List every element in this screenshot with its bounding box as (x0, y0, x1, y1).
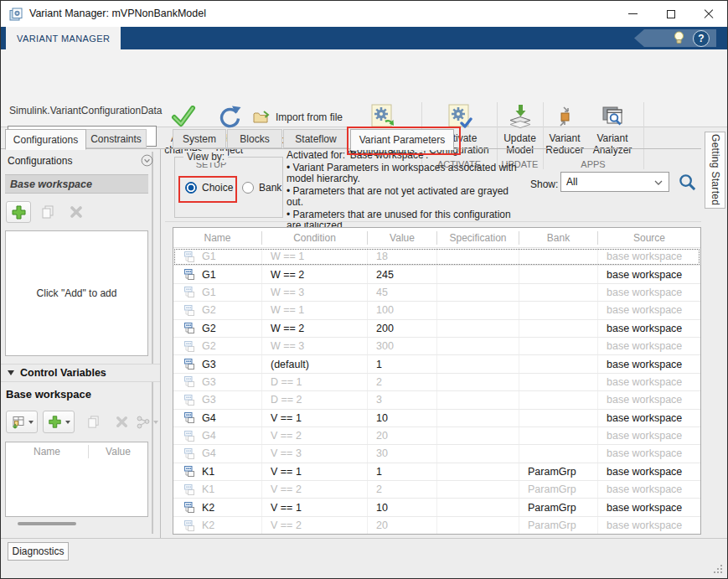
cell-source[interactable]: base workspace (598, 391, 700, 408)
cell-value[interactable]: 18 (368, 248, 437, 265)
resize-grip[interactable] (713, 564, 723, 574)
configurations-list[interactable]: Click "Add" to add (5, 230, 148, 356)
control-variables-table[interactable]: Name Value (5, 442, 148, 517)
table-row[interactable]: G4V == 220base workspace (173, 427, 700, 445)
cell-condition[interactable]: V == 2 (262, 481, 368, 498)
diagnostics-button[interactable]: Diagnostics (8, 542, 69, 561)
table-row[interactable]: G1W == 345base workspace (173, 284, 700, 302)
cell-specification[interactable] (437, 445, 519, 462)
tab-stateflow[interactable]: Stateflow (283, 129, 349, 148)
cell-source[interactable]: base workspace (598, 302, 700, 318)
cell-name[interactable]: G1 (173, 266, 262, 282)
cell-specification[interactable] (437, 266, 519, 282)
cell-source[interactable]: base workspace (598, 445, 700, 462)
cell-name[interactable]: G3 (173, 391, 262, 408)
cell-condition[interactable]: V == 1 (262, 410, 368, 426)
column-header-specification[interactable]: Specification (437, 231, 519, 245)
getting-started-tab[interactable]: Getting Started (705, 132, 725, 209)
cell-name[interactable]: G1 (173, 248, 262, 265)
cell-bank[interactable] (519, 338, 598, 354)
cell-value[interactable]: 30 (368, 445, 437, 462)
cell-value[interactable]: 45 (368, 284, 437, 301)
table-row[interactable]: K1V == 11ParamGrpbase workspace (173, 463, 700, 481)
cell-condition[interactable]: V == 2 (262, 517, 368, 534)
cell-bank[interactable]: ParamGrp (519, 481, 598, 498)
cell-name[interactable]: K1 (173, 463, 262, 480)
configuration-item-base-workspace[interactable]: Base workspace (5, 174, 148, 194)
cell-name[interactable]: G4 (173, 445, 262, 462)
copy-control-variable-button[interactable] (81, 411, 105, 433)
cell-bank[interactable]: ParamGrp (519, 517, 598, 534)
cell-condition[interactable]: W == 3 (262, 284, 368, 301)
cell-specification[interactable] (437, 481, 519, 498)
cell-bank[interactable] (519, 410, 598, 426)
column-header-bank[interactable]: Bank (519, 231, 598, 245)
cell-condition[interactable]: (default) (262, 355, 368, 372)
cell-source[interactable]: base workspace (598, 374, 700, 390)
table-row[interactable]: G2W == 3300base workspace (173, 338, 700, 355)
cell-condition[interactable]: W == 3 (262, 338, 368, 354)
table-row[interactable]: G3D == 12base workspace (173, 374, 700, 391)
cell-name[interactable]: G3 (173, 374, 262, 390)
cell-value[interactable]: 2 (368, 374, 437, 390)
tab-variant-parameters[interactable]: Variant Parameters (350, 129, 454, 150)
cell-source[interactable]: base workspace (598, 517, 700, 534)
cell-source[interactable]: base workspace (598, 427, 700, 444)
cell-specification[interactable] (437, 248, 519, 265)
link-variables-button[interactable] (135, 411, 160, 433)
cell-condition[interactable]: D == 2 (262, 391, 368, 408)
cell-bank[interactable] (519, 374, 598, 390)
cell-bank[interactable] (519, 355, 598, 372)
control-variables-header[interactable]: Control Variables (1, 364, 160, 382)
left-panel-scrollbar[interactable] (152, 152, 153, 534)
cell-bank[interactable] (519, 445, 598, 462)
cell-condition[interactable]: W == 1 (262, 302, 368, 318)
cell-specification[interactable] (437, 391, 519, 408)
cell-specification[interactable] (437, 302, 519, 318)
cell-value[interactable]: 20 (368, 427, 437, 444)
cell-source[interactable]: base workspace (598, 320, 700, 337)
help-icon[interactable]: ? (693, 30, 710, 47)
cell-value[interactable]: 200 (368, 320, 437, 337)
cell-bank[interactable] (519, 284, 598, 301)
column-header-condition[interactable]: Condition (262, 231, 368, 245)
cell-value[interactable]: 300 (368, 338, 437, 354)
cell-condition[interactable]: W == 2 (262, 320, 368, 337)
cell-specification[interactable] (437, 374, 519, 390)
tab-configurations[interactable]: Configurations (5, 129, 86, 150)
cell-value[interactable]: 100 (368, 302, 437, 318)
cell-specification[interactable] (437, 320, 519, 337)
close-button[interactable] (689, 1, 727, 27)
cell-bank[interactable] (519, 302, 598, 318)
cell-condition[interactable]: W == 1 (262, 248, 368, 265)
column-header-value[interactable]: Value (368, 231, 437, 245)
delete-configuration-button[interactable] (65, 201, 88, 223)
table-row[interactable]: K1V == 22ParamGrpbase workspace (173, 481, 700, 499)
cell-source[interactable]: base workspace (598, 338, 700, 354)
cell-specification[interactable] (437, 338, 519, 354)
tab-blocks[interactable]: Blocks (227, 129, 282, 148)
table-row[interactable]: G3(default)1base workspace (173, 355, 700, 373)
add-control-variable-button[interactable] (43, 411, 75, 433)
copy-configuration-button[interactable] (36, 201, 59, 223)
column-header-name[interactable]: Name (173, 231, 262, 245)
cell-name[interactable]: G4 (173, 410, 262, 426)
cell-specification[interactable] (437, 410, 519, 426)
cell-bank[interactable] (519, 320, 598, 337)
cell-bank[interactable] (519, 248, 598, 265)
import-from-file-button[interactable]: Import from file (253, 107, 343, 127)
minimize-button[interactable] (614, 1, 652, 27)
cell-name[interactable]: K2 (173, 517, 262, 534)
column-header-value[interactable]: Value (89, 446, 147, 458)
cell-specification[interactable] (437, 284, 519, 301)
cell-value[interactable]: 245 (368, 266, 437, 282)
cell-condition[interactable]: W == 2 (262, 266, 368, 282)
cell-source[interactable]: base workspace (598, 463, 700, 480)
radio-bank[interactable]: Bank (242, 182, 281, 194)
table-row[interactable]: G4V == 330base workspace (173, 445, 700, 463)
cell-bank[interactable] (519, 266, 598, 282)
cell-specification[interactable] (437, 517, 519, 534)
cell-source[interactable]: base workspace (598, 266, 700, 282)
cell-value[interactable]: 10 (368, 499, 437, 515)
radio-choice[interactable]: Choice (185, 182, 233, 194)
